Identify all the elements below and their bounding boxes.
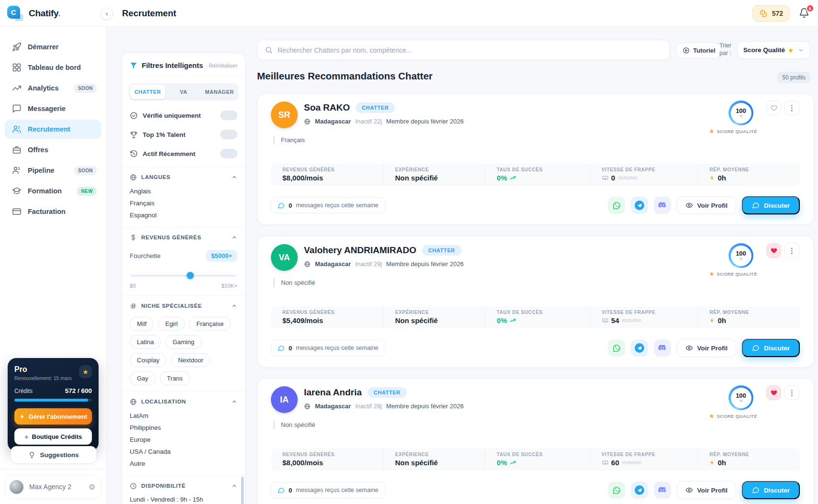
location-option[interactable]: LatAm <box>122 410 245 422</box>
view-profile-button[interactable]: Voir Profil <box>677 339 736 357</box>
heart-icon <box>770 104 778 112</box>
credits-badge[interactable]: 572 <box>752 5 790 22</box>
filter-top-talent-row: Top 1% Talent <box>122 125 245 144</box>
more-options-button[interactable]: ⋮ <box>784 385 799 400</box>
language-option[interactable]: Français <box>122 197 245 209</box>
chevron-up-icon <box>231 399 237 405</box>
section-availability[interactable]: DISPONIBILITÉ <box>122 478 245 494</box>
discord-button[interactable] <box>654 482 671 499</box>
telegram-button[interactable] <box>631 482 648 499</box>
sort-dropdown[interactable]: Score Qualité ★ <box>737 41 810 59</box>
chat-bubble-icon <box>278 202 285 209</box>
sidebar-item-analytics[interactable]: AnalyticsSOON <box>5 78 101 98</box>
location-option[interactable]: Autre <box>122 458 245 470</box>
whatsapp-icon <box>612 344 621 353</box>
sidebar-item-messagerie[interactable]: Messagerie <box>5 99 101 118</box>
filters-reset-link[interactable]: Réinitialiser <box>209 63 237 68</box>
manage-subscription-button[interactable]: Gérer l'abonnement <box>14 408 92 425</box>
telegram-button[interactable] <box>631 339 648 357</box>
hash-icon <box>130 302 137 310</box>
chat-button[interactable]: Discuter <box>742 196 800 214</box>
whatsapp-button[interactable] <box>608 339 625 357</box>
language-option[interactable]: Espagnol <box>122 209 245 221</box>
star-badge-icon: ★ <box>79 365 92 378</box>
tutorial-button[interactable]: Tutoriel <box>676 43 722 58</box>
niche-tag[interactable]: Française <box>189 317 231 331</box>
sidebar-item-demarrer[interactable]: Démarrer <box>5 37 101 56</box>
more-options-button[interactable]: ⋮ <box>784 243 799 258</box>
favorite-button[interactable] <box>766 243 781 258</box>
trend-up-icon <box>510 317 516 324</box>
section-location[interactable]: LOCALISATION <box>122 393 245 410</box>
eye-icon <box>685 486 693 494</box>
range-value-badge: $5000+ <box>206 250 237 262</box>
filters-scrollbar[interactable] <box>241 477 244 504</box>
chat-button[interactable]: Discuter <box>742 339 800 357</box>
chevron-up-icon <box>231 483 237 489</box>
sidebar-item-tableau-de-bord[interactable]: Tableau de bord <box>5 58 101 77</box>
whatsapp-button[interactable] <box>608 482 625 499</box>
pro-subscription-card: Pro Renouvellement: 15 mars ★ Crédits 57… <box>8 358 99 451</box>
briefcase-icon <box>12 145 22 155</box>
sidebar-collapse-button[interactable] <box>101 8 113 20</box>
bolt-icon <box>709 317 715 324</box>
favorite-button[interactable] <box>766 385 781 400</box>
message-square-icon <box>12 104 22 113</box>
chat-button[interactable]: Discuter <box>742 481 800 499</box>
telegram-button[interactable] <box>631 197 648 214</box>
sidebar-item-formation[interactable]: FormationNEW <box>5 181 101 201</box>
sidebar-item-recrutement[interactable]: Recrutement <box>5 120 101 139</box>
sidebar-item-offres[interactable]: Offres <box>5 140 101 159</box>
location-option[interactable]: Philippines <box>122 422 245 434</box>
location-option[interactable]: Europe <box>122 434 245 446</box>
users-icon <box>12 124 22 134</box>
bolt-icon <box>709 459 715 466</box>
bolt-icon <box>19 414 25 420</box>
revenue-slider[interactable] <box>131 272 236 278</box>
range-max: $10K+ <box>221 283 237 289</box>
gear-icon[interactable]: ⚙ <box>89 482 95 492</box>
discord-button[interactable] <box>654 339 671 357</box>
chevron-up-icon <box>231 235 237 241</box>
recently-active-toggle[interactable] <box>220 149 237 158</box>
clock-icon <box>130 482 137 490</box>
role-badge: CHATTER <box>368 387 407 398</box>
more-options-button[interactable]: ⋮ <box>784 101 799 115</box>
globe-icon <box>130 174 137 181</box>
section-niche[interactable]: NICHE SPÉCIALISÉE <box>122 298 245 314</box>
sidebar-item-facturation[interactable]: Facturation <box>5 202 101 221</box>
tab-va[interactable]: VA <box>166 85 201 99</box>
credits-shop-button[interactable]: + Boutique Crédits <box>14 428 92 445</box>
niche-tag[interactable]: Gaming <box>165 335 202 349</box>
niche-tag[interactable]: Egirl <box>158 317 185 331</box>
view-profile-button[interactable]: Voir Profil <box>677 481 736 499</box>
chat-bubble-icon <box>278 487 285 494</box>
discord-button[interactable] <box>654 197 671 214</box>
view-profile-button[interactable]: Voir Profil <box>677 196 736 214</box>
account-menu[interactable]: Max Agency 2 ⚙ <box>5 475 101 499</box>
availability-option[interactable]: Lundi - Vendredi : 9h - 15h <box>122 494 245 504</box>
tab-manager[interactable]: MANAGER <box>202 85 237 99</box>
language-option[interactable]: Anglais <box>122 185 245 197</box>
slider-knob[interactable] <box>187 272 194 279</box>
verified-toggle[interactable] <box>220 111 237 120</box>
niche-tag[interactable]: Nextdoor <box>171 353 211 367</box>
niche-tag[interactable]: Latina <box>130 335 161 349</box>
niche-tag[interactable]: Gay <box>130 371 156 385</box>
location-option[interactable]: USA / Canada <box>122 446 245 458</box>
niche-tag[interactable]: Milf <box>130 317 154 331</box>
favorite-button[interactable] <box>766 101 781 115</box>
niche-tag[interactable]: Trans <box>160 371 190 385</box>
search-input[interactable] <box>278 46 662 54</box>
profile-card: SR Soa RAKO CHATTER Madagascar Inactif 2… <box>257 93 814 225</box>
whatsapp-button[interactable] <box>608 197 625 214</box>
section-languages[interactable]: LANGUES <box>122 169 245 185</box>
suggestions-button[interactable]: Suggestions <box>11 446 97 464</box>
niche-tag[interactable]: Cosplay <box>130 353 167 367</box>
sidebar-item-pipeline[interactable]: PipelineSOON <box>5 161 101 180</box>
tab-chatter[interactable]: CHATTER <box>130 85 165 99</box>
profile-meta: Madagascar Inactif 29j Membre depuis fév… <box>304 260 464 268</box>
notifications-button[interactable]: 5 <box>799 7 810 20</box>
section-revenue[interactable]: REVENUS GÉNÉRÉS <box>122 229 245 246</box>
top-talent-toggle[interactable] <box>220 130 237 139</box>
